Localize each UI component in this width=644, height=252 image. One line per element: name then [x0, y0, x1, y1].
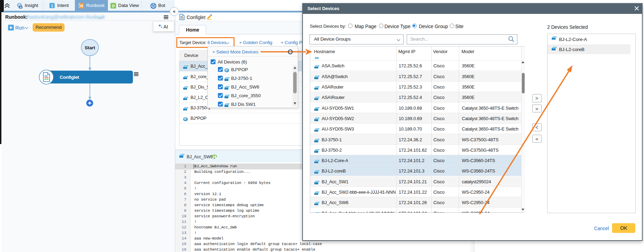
svg-text:Start: Start [85, 45, 95, 50]
svg-text:Configlet: Configlet [60, 75, 79, 80]
svg-text:D: D [112, 4, 115, 8]
svg-text:I: I [51, 3, 53, 8]
svg-text:AI: AI [20, 6, 22, 8]
svg-text:R: R [80, 4, 83, 8]
